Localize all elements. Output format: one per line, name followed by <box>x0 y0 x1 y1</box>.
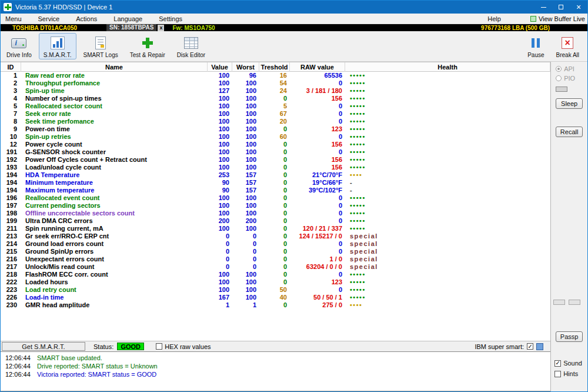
attr-name: Power cycle count <box>21 141 208 148</box>
table-row[interactable]: 198Offline uncorrectable sectors count10… <box>1 210 550 217</box>
attr-raw-value: 124 / 15217 / 0 <box>290 232 345 240</box>
menu-item-language[interactable]: Language <box>113 15 142 22</box>
table-row[interactable]: 199Ultra DMA CRC errors20020000••••• <box>1 217 550 225</box>
attr-value: 100 <box>208 225 232 232</box>
attr-id: 214 <box>1 240 21 248</box>
attr-name: Power-on time <box>21 125 208 133</box>
table-row[interactable]: 5Reallocated sector count10010050••••• <box>1 102 550 110</box>
table-row[interactable]: 194Minimum temperature90157019°C/66°F- <box>1 179 550 187</box>
table-row[interactable]: 223Load retry count100100500••••• <box>1 286 550 294</box>
attr-worst: 100 <box>232 79 259 87</box>
table-row[interactable]: 226Load-in time1671004050 / 50 / 1••••• <box>1 294 550 301</box>
recall-button[interactable]: Recall <box>556 127 583 137</box>
attr-id: 199 <box>1 217 21 225</box>
col-header-threshold[interactable]: Treshold <box>259 62 290 72</box>
col-header-worst[interactable]: Worst <box>232 62 259 72</box>
break-all-button[interactable]: Break All <box>552 33 584 59</box>
view-buffer-live-button[interactable]: View Buffer Live <box>530 15 585 22</box>
api-label: API <box>564 65 574 72</box>
table-row[interactable]: 216Unexpectant errors count0001 / 0speci… <box>1 255 550 263</box>
table-row[interactable]: 193Load/unload cycle count1001000156••••… <box>1 164 550 171</box>
table-row[interactable]: 211Spin running current, mA1001000120 / … <box>1 225 550 232</box>
table-row[interactable]: 7Seek error rate100100670••••• <box>1 110 550 118</box>
passp-button[interactable]: Passp <box>556 331 583 342</box>
attr-threshold: 0 <box>259 179 290 187</box>
table-row[interactable]: 222Loaded hours1001000123••••• <box>1 278 550 286</box>
menu-item-help[interactable]: Help <box>487 15 501 22</box>
table-row[interactable]: 218FlashROM ECC corr. count10010000••••• <box>1 271 550 278</box>
table-row[interactable]: 213Gr seek err/RRO-C ERP cnt000124 / 152… <box>1 232 550 240</box>
table-row[interactable]: 194HDA Temperature253157021°C/70°F•••• <box>1 171 550 179</box>
smart-led-indicator <box>536 343 543 350</box>
table-row[interactable]: 12Power cycle count1001000156••••• <box>1 141 550 148</box>
attr-name: Spin running current, mA <box>21 225 208 232</box>
table-row[interactable]: 230GMR head amplitude110275 / 0•••• <box>1 301 550 309</box>
menu-item-service[interactable]: Service <box>38 15 60 22</box>
break-all-label: Break All <box>556 52 579 58</box>
attr-threshold: 5 <box>259 102 290 110</box>
table-row[interactable]: 1Raw read error rate100961665536••••• <box>1 72 550 79</box>
sound-toggle[interactable]: Sound <box>554 360 582 367</box>
table-row[interactable]: 191G-SENSOR shock counter10010000••••• <box>1 148 550 156</box>
toolbar-button-test-repair[interactable]: Test & Repair <box>125 33 170 59</box>
menu-item-settings[interactable]: Settings <box>159 15 182 22</box>
ibm-super-smart-checkbox[interactable] <box>527 343 533 350</box>
toolbar-button-smart[interactable]: S.M.A.R.T. <box>39 33 76 59</box>
table-row[interactable]: 192Power Off Cycles count + Retract coun… <box>1 156 550 164</box>
attr-threshold: 0 <box>259 95 290 102</box>
serial-close-button[interactable]: x <box>158 25 164 31</box>
window-title: Victoria 5.37 HDD/SSD | Device 1 <box>15 4 112 11</box>
attr-value: 0 <box>208 263 232 271</box>
maximize-button[interactable] <box>552 1 570 14</box>
attr-worst: 100 <box>232 87 259 95</box>
hex-checkbox[interactable] <box>156 343 162 350</box>
menu-item-menu[interactable]: Menu <box>5 15 22 22</box>
table-row[interactable]: 196Reallocated event count10010000••••• <box>1 194 550 202</box>
device-capacity: 976773168 LBA (500 GB) <box>481 25 550 31</box>
spin-box-left[interactable] <box>553 300 565 305</box>
hex-raw-values-toggle[interactable]: HEX raw values <box>156 343 211 350</box>
spin-box-right[interactable] <box>569 300 580 305</box>
col-header-raw[interactable]: RAW value <box>290 62 345 72</box>
attr-raw-value: 65536 <box>290 72 345 79</box>
col-header-value[interactable]: Value <box>208 62 232 72</box>
get-smart-button[interactable]: Get S.M.A.R.T. <box>2 342 85 351</box>
attr-raw-value: 0 <box>290 210 345 217</box>
sound-checkbox[interactable] <box>554 360 561 367</box>
toolbar-button-drive-info[interactable]: Drive Info <box>2 33 36 59</box>
api-radio[interactable]: API <box>556 65 574 72</box>
title-bar: Victoria 5.37 HDD/SSD | Device 1 <box>1 1 587 14</box>
attr-worst: 100 <box>232 102 259 110</box>
table-row[interactable]: 194Maximum temperature90157039°C/102°F- <box>1 187 550 194</box>
attr-value: 90 <box>208 187 232 194</box>
log-area[interactable]: 12:06:44SMART base updated.12:06:44Drive… <box>1 351 550 391</box>
table-row[interactable]: 197Current pending sectors10010000••••• <box>1 202 550 210</box>
table-row[interactable]: 4Number of spin-up times1001000156••••• <box>1 95 550 102</box>
table-row[interactable]: 3Spin-up time127100243 / 181 / 180••••• <box>1 87 550 95</box>
attr-health: special <box>345 263 550 271</box>
menu-item-actions[interactable]: Actions <box>76 15 97 22</box>
close-button[interactable] <box>570 1 587 14</box>
table-row[interactable]: 10Spin-up retries100100600••••• <box>1 133 550 141</box>
hints-checkbox[interactable] <box>554 371 561 377</box>
col-header-health[interactable]: Health <box>345 62 550 72</box>
pause-button[interactable]: Pause <box>523 33 549 59</box>
table-row[interactable]: 8Seek time perfomance100100200••••• <box>1 118 550 125</box>
toolbar-button-smart-logs[interactable]: SMART Logs <box>79 33 123 59</box>
attr-raw-value: 0 <box>290 148 345 156</box>
table-row[interactable]: 9Power-on time1001000123••••• <box>1 125 550 133</box>
col-header-name[interactable]: Name <box>21 62 208 72</box>
pio-radio[interactable]: PIO <box>556 75 575 82</box>
table-row[interactable]: 214Ground load errors count0000special <box>1 240 550 248</box>
col-header-id[interactable]: ID <box>1 62 21 72</box>
hints-toggle[interactable]: Hints <box>554 370 578 377</box>
attr-id: 222 <box>1 278 21 286</box>
grid-editor-icon <box>184 37 198 49</box>
minimize-button[interactable] <box>534 1 552 14</box>
sleep-button[interactable]: Sleep <box>556 98 583 109</box>
toolbar-button-disk-editor[interactable]: Disk Editor <box>172 33 210 59</box>
table-row[interactable]: 2Throughput perfomance100100540••••• <box>1 79 550 87</box>
table-row[interactable]: 215Ground SpinUp errors0000special <box>1 248 550 255</box>
attr-name: Ground SpinUp errors <box>21 248 208 255</box>
table-row[interactable]: 217Unlock/Mis read count00063204 / 0 / 0… <box>1 263 550 271</box>
